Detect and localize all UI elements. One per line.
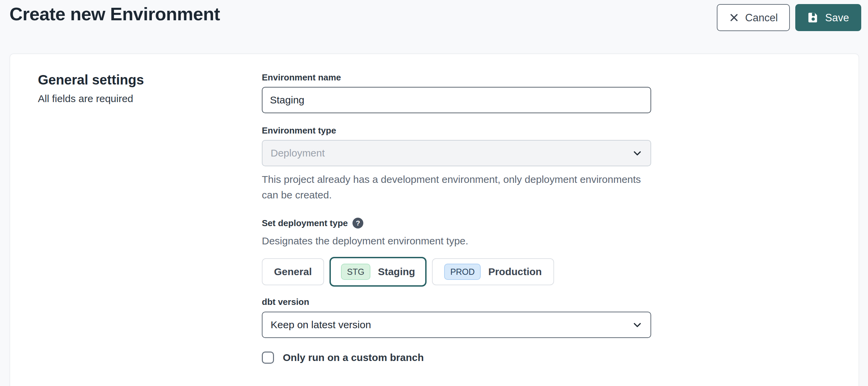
section-subheading: All fields are required (38, 93, 262, 104)
environment-type-label: Environment type (262, 125, 336, 136)
section-heading: General settings (38, 72, 262, 88)
custom-branch-label[interactable]: Only run on a custom branch (283, 352, 424, 363)
deployment-type-option-staging[interactable]: STG Staging (329, 257, 427, 287)
deployment-type-options: General STG Staging PROD Production (262, 257, 651, 287)
x-icon (729, 13, 739, 23)
environment-type-value: Deployment (271, 147, 325, 159)
dbt-version-select[interactable]: Keep on latest version (262, 312, 651, 338)
header-actions: Cancel Save (717, 3, 861, 31)
chevron-down-icon (632, 148, 642, 158)
deployment-type-label-row: Set deployment type ? (262, 218, 651, 228)
deployment-type-option-label: Production (488, 266, 542, 278)
custom-branch-group: Only run on a custom branch (262, 352, 651, 364)
environment-type-group: Environment type Deployment This project… (262, 125, 651, 203)
save-button[interactable]: Save (795, 4, 861, 31)
deployment-type-help-text: Designates the deployment environment ty… (262, 233, 651, 249)
environment-name-input[interactable] (262, 87, 651, 113)
environment-type-select[interactable]: Deployment (262, 140, 651, 166)
custom-branch-checkbox[interactable] (262, 352, 274, 364)
deployment-type-option-label: General (274, 266, 312, 278)
deployment-type-option-label: Staging (378, 266, 415, 278)
deployment-type-option-general[interactable]: General (262, 258, 324, 285)
dbt-version-group: dbt version Keep on latest version (262, 297, 651, 338)
production-badge: PROD (444, 264, 481, 280)
cancel-button-label: Cancel (745, 13, 778, 23)
deployment-type-label: Set deployment type (262, 218, 348, 228)
page-header: Create new Environment Cancel Save (0, 0, 868, 53)
question-mark-circle-icon[interactable]: ? (352, 218, 363, 228)
save-button-label: Save (825, 13, 849, 23)
general-settings-form: Environment name Environment type Deploy… (262, 72, 651, 364)
deployment-type-option-production[interactable]: PROD Production (432, 258, 554, 285)
page-title: Create new Environment (9, 3, 220, 24)
settings-card: General settings All fields are required… (9, 53, 859, 386)
environment-name-group: Environment name (262, 72, 651, 113)
card-body: General settings All fields are required… (10, 54, 859, 364)
dbt-version-value: Keep on latest version (271, 319, 371, 331)
environment-type-help-text: This project already has a development e… (262, 172, 651, 203)
chevron-down-icon (632, 320, 642, 330)
floppy-disk-icon (807, 12, 819, 23)
section-intro: General settings All fields are required (38, 72, 262, 364)
cancel-button[interactable]: Cancel (717, 4, 790, 31)
environment-name-label: Environment name (262, 72, 341, 83)
dbt-version-label: dbt version (262, 297, 309, 307)
deployment-type-group: Set deployment type ? Designates the dep… (262, 218, 651, 287)
staging-badge: STG (341, 264, 370, 280)
